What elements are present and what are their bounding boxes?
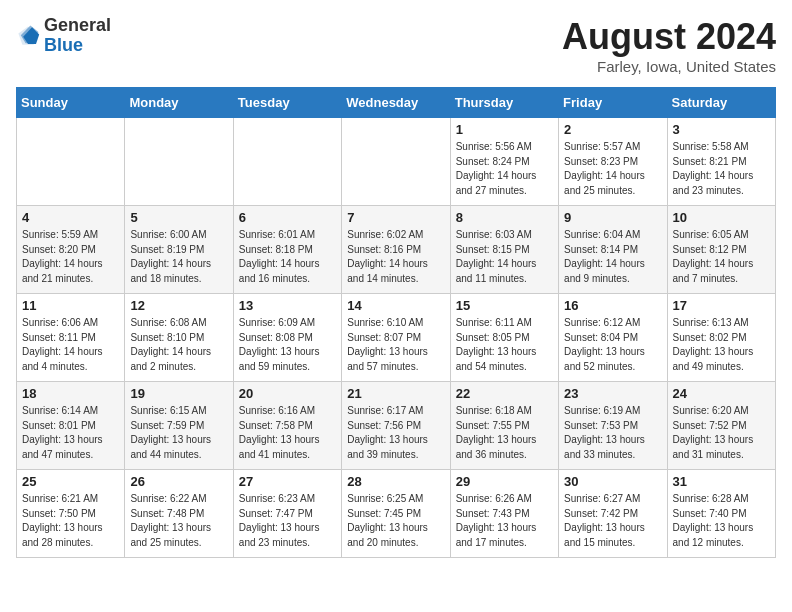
day-info: Sunrise: 6:20 AM Sunset: 7:52 PM Dayligh…: [673, 404, 770, 462]
day-number: 3: [673, 122, 770, 137]
day-info: Sunrise: 5:59 AM Sunset: 8:20 PM Dayligh…: [22, 228, 119, 286]
day-info: Sunrise: 6:28 AM Sunset: 7:40 PM Dayligh…: [673, 492, 770, 550]
day-info: Sunrise: 6:19 AM Sunset: 7:53 PM Dayligh…: [564, 404, 661, 462]
calendar-cell: 17Sunrise: 6:13 AM Sunset: 8:02 PM Dayli…: [667, 294, 775, 382]
day-info: Sunrise: 6:01 AM Sunset: 8:18 PM Dayligh…: [239, 228, 336, 286]
day-info: Sunrise: 6:10 AM Sunset: 8:07 PM Dayligh…: [347, 316, 444, 374]
calendar-table: SundayMondayTuesdayWednesdayThursdayFrid…: [16, 87, 776, 558]
day-number: 17: [673, 298, 770, 313]
day-number: 16: [564, 298, 661, 313]
day-info: Sunrise: 6:05 AM Sunset: 8:12 PM Dayligh…: [673, 228, 770, 286]
day-number: 28: [347, 474, 444, 489]
calendar-cell: 25Sunrise: 6:21 AM Sunset: 7:50 PM Dayli…: [17, 470, 125, 558]
day-number: 5: [130, 210, 227, 225]
day-number: 1: [456, 122, 553, 137]
week-row-4: 18Sunrise: 6:14 AM Sunset: 8:01 PM Dayli…: [17, 382, 776, 470]
col-header-friday: Friday: [559, 88, 667, 118]
calendar-cell: 6Sunrise: 6:01 AM Sunset: 8:18 PM Daylig…: [233, 206, 341, 294]
week-row-5: 25Sunrise: 6:21 AM Sunset: 7:50 PM Dayli…: [17, 470, 776, 558]
col-header-wednesday: Wednesday: [342, 88, 450, 118]
day-info: Sunrise: 5:57 AM Sunset: 8:23 PM Dayligh…: [564, 140, 661, 198]
day-number: 12: [130, 298, 227, 313]
day-info: Sunrise: 6:00 AM Sunset: 8:19 PM Dayligh…: [130, 228, 227, 286]
day-number: 15: [456, 298, 553, 313]
logo: General Blue: [16, 16, 111, 56]
col-header-tuesday: Tuesday: [233, 88, 341, 118]
day-info: Sunrise: 5:56 AM Sunset: 8:24 PM Dayligh…: [456, 140, 553, 198]
day-info: Sunrise: 6:14 AM Sunset: 8:01 PM Dayligh…: [22, 404, 119, 462]
day-number: 9: [564, 210, 661, 225]
day-info: Sunrise: 6:17 AM Sunset: 7:56 PM Dayligh…: [347, 404, 444, 462]
logo-general-text: General: [44, 15, 111, 35]
logo-text: General Blue: [44, 16, 111, 56]
calendar-cell: 30Sunrise: 6:27 AM Sunset: 7:42 PM Dayli…: [559, 470, 667, 558]
day-info: Sunrise: 6:22 AM Sunset: 7:48 PM Dayligh…: [130, 492, 227, 550]
day-number: 10: [673, 210, 770, 225]
day-number: 19: [130, 386, 227, 401]
calendar-cell: 24Sunrise: 6:20 AM Sunset: 7:52 PM Dayli…: [667, 382, 775, 470]
day-info: Sunrise: 6:11 AM Sunset: 8:05 PM Dayligh…: [456, 316, 553, 374]
calendar-cell: 14Sunrise: 6:10 AM Sunset: 8:07 PM Dayli…: [342, 294, 450, 382]
day-info: Sunrise: 6:21 AM Sunset: 7:50 PM Dayligh…: [22, 492, 119, 550]
day-number: 23: [564, 386, 661, 401]
day-number: 25: [22, 474, 119, 489]
day-info: Sunrise: 6:23 AM Sunset: 7:47 PM Dayligh…: [239, 492, 336, 550]
calendar-cell: [125, 118, 233, 206]
week-row-3: 11Sunrise: 6:06 AM Sunset: 8:11 PM Dayli…: [17, 294, 776, 382]
calendar-cell: 28Sunrise: 6:25 AM Sunset: 7:45 PM Dayli…: [342, 470, 450, 558]
calendar-cell: 11Sunrise: 6:06 AM Sunset: 8:11 PM Dayli…: [17, 294, 125, 382]
calendar-cell: [17, 118, 125, 206]
calendar-cell: 9Sunrise: 6:04 AM Sunset: 8:14 PM Daylig…: [559, 206, 667, 294]
calendar-cell: 7Sunrise: 6:02 AM Sunset: 8:16 PM Daylig…: [342, 206, 450, 294]
day-number: 14: [347, 298, 444, 313]
day-number: 20: [239, 386, 336, 401]
calendar-cell: 10Sunrise: 6:05 AM Sunset: 8:12 PM Dayli…: [667, 206, 775, 294]
week-row-2: 4Sunrise: 5:59 AM Sunset: 8:20 PM Daylig…: [17, 206, 776, 294]
header-row: SundayMondayTuesdayWednesdayThursdayFrid…: [17, 88, 776, 118]
calendar-cell: 23Sunrise: 6:19 AM Sunset: 7:53 PM Dayli…: [559, 382, 667, 470]
day-number: 2: [564, 122, 661, 137]
day-number: 29: [456, 474, 553, 489]
day-number: 13: [239, 298, 336, 313]
calendar-cell: [233, 118, 341, 206]
day-info: Sunrise: 6:09 AM Sunset: 8:08 PM Dayligh…: [239, 316, 336, 374]
day-info: Sunrise: 5:58 AM Sunset: 8:21 PM Dayligh…: [673, 140, 770, 198]
calendar-cell: 13Sunrise: 6:09 AM Sunset: 8:08 PM Dayli…: [233, 294, 341, 382]
col-header-thursday: Thursday: [450, 88, 558, 118]
calendar-cell: 26Sunrise: 6:22 AM Sunset: 7:48 PM Dayli…: [125, 470, 233, 558]
calendar-cell: 29Sunrise: 6:26 AM Sunset: 7:43 PM Dayli…: [450, 470, 558, 558]
day-info: Sunrise: 6:18 AM Sunset: 7:55 PM Dayligh…: [456, 404, 553, 462]
col-header-monday: Monday: [125, 88, 233, 118]
col-header-sunday: Sunday: [17, 88, 125, 118]
header: General Blue August 2024 Farley, Iowa, U…: [16, 16, 776, 75]
logo-blue-text: Blue: [44, 35, 83, 55]
week-row-1: 1Sunrise: 5:56 AM Sunset: 8:24 PM Daylig…: [17, 118, 776, 206]
day-number: 21: [347, 386, 444, 401]
day-number: 26: [130, 474, 227, 489]
day-info: Sunrise: 6:08 AM Sunset: 8:10 PM Dayligh…: [130, 316, 227, 374]
day-number: 4: [22, 210, 119, 225]
logo-icon: [16, 24, 40, 48]
day-info: Sunrise: 6:16 AM Sunset: 7:58 PM Dayligh…: [239, 404, 336, 462]
calendar-cell: 20Sunrise: 6:16 AM Sunset: 7:58 PM Dayli…: [233, 382, 341, 470]
day-number: 30: [564, 474, 661, 489]
day-number: 7: [347, 210, 444, 225]
day-info: Sunrise: 6:03 AM Sunset: 8:15 PM Dayligh…: [456, 228, 553, 286]
day-info: Sunrise: 6:26 AM Sunset: 7:43 PM Dayligh…: [456, 492, 553, 550]
calendar-cell: 15Sunrise: 6:11 AM Sunset: 8:05 PM Dayli…: [450, 294, 558, 382]
calendar-cell: [342, 118, 450, 206]
col-header-saturday: Saturday: [667, 88, 775, 118]
calendar-cell: 8Sunrise: 6:03 AM Sunset: 8:15 PM Daylig…: [450, 206, 558, 294]
calendar-cell: 5Sunrise: 6:00 AM Sunset: 8:19 PM Daylig…: [125, 206, 233, 294]
day-number: 8: [456, 210, 553, 225]
day-number: 18: [22, 386, 119, 401]
day-info: Sunrise: 6:15 AM Sunset: 7:59 PM Dayligh…: [130, 404, 227, 462]
day-number: 31: [673, 474, 770, 489]
day-number: 27: [239, 474, 336, 489]
calendar-cell: 16Sunrise: 6:12 AM Sunset: 8:04 PM Dayli…: [559, 294, 667, 382]
calendar-cell: 31Sunrise: 6:28 AM Sunset: 7:40 PM Dayli…: [667, 470, 775, 558]
calendar-cell: 22Sunrise: 6:18 AM Sunset: 7:55 PM Dayli…: [450, 382, 558, 470]
title-area: August 2024 Farley, Iowa, United States: [562, 16, 776, 75]
day-info: Sunrise: 6:04 AM Sunset: 8:14 PM Dayligh…: [564, 228, 661, 286]
day-info: Sunrise: 6:25 AM Sunset: 7:45 PM Dayligh…: [347, 492, 444, 550]
